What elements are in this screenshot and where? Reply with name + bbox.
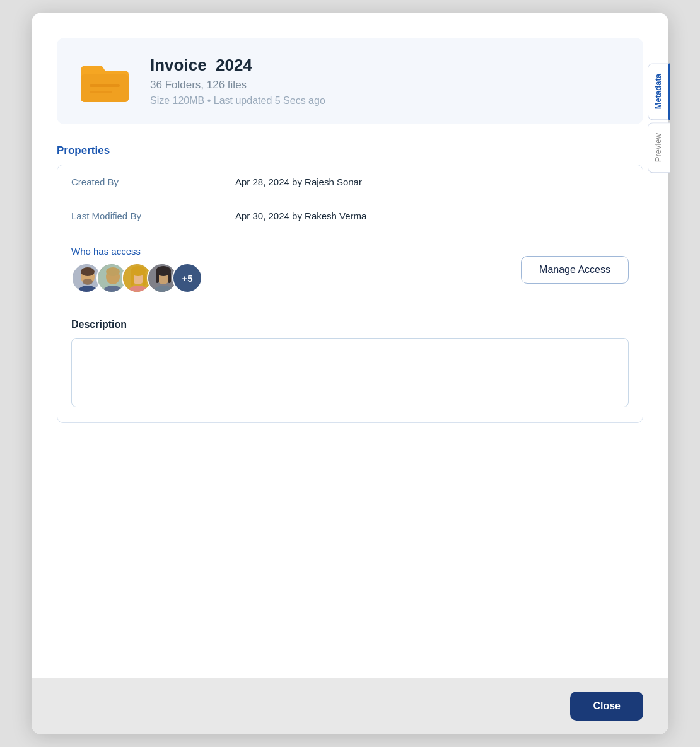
prop-value-modified: Apr 30, 2024 by Rakesh Verma (221, 199, 643, 233)
prop-value-created: Apr 28, 2024 by Rajesh Sonar (221, 165, 643, 199)
table-row: Created By Apr 28, 2024 by Rajesh Sonar (57, 165, 643, 199)
svg-point-8 (83, 279, 93, 285)
file-meta: 36 Folders, 126 files (150, 79, 325, 91)
file-name: Invoice_2024 (150, 55, 325, 75)
access-left: Who has access (71, 246, 197, 293)
description-section: Description (57, 306, 643, 422)
access-label: Who has access (71, 246, 197, 257)
folder-icon (79, 59, 130, 103)
prop-label-created: Created By (57, 165, 221, 199)
svg-point-11 (106, 267, 120, 276)
modal-container: Metadata Preview Invoic (32, 13, 668, 734)
svg-rect-23 (156, 272, 159, 283)
close-button[interactable]: Close (570, 692, 643, 721)
table-row: Last Modified By Apr 30, 2024 by Rakesh … (57, 199, 643, 233)
manage-access-button[interactable]: Manage Access (521, 256, 629, 284)
properties-title: Properties (57, 144, 643, 157)
svg-rect-3 (90, 91, 112, 93)
avatar-count-badge: +5 (172, 263, 202, 293)
file-size: Size 120MB • Last updated 5 Secs ago (150, 95, 325, 107)
description-textarea[interactable] (71, 338, 629, 407)
svg-rect-18 (143, 273, 146, 286)
file-header-card: Invoice_2024 36 Folders, 126 files Size … (57, 38, 643, 124)
modal-body: Invoice_2024 36 Folders, 126 files Size … (32, 13, 668, 678)
svg-rect-24 (168, 272, 171, 283)
avatars-row: +5 (71, 263, 197, 293)
properties-table: Created By Apr 28, 2024 by Rajesh Sonar … (57, 165, 643, 423)
access-row: Who has access (57, 233, 643, 306)
modal-footer: Close (32, 678, 668, 734)
svg-rect-2 (90, 84, 120, 87)
description-label: Description (71, 319, 629, 330)
tab-metadata[interactable]: Metadata (648, 63, 670, 120)
file-info: Invoice_2024 36 Folders, 126 files Size … (150, 55, 325, 107)
svg-point-6 (81, 267, 95, 276)
side-tabs: Metadata Preview (648, 63, 670, 176)
svg-rect-17 (131, 273, 134, 286)
svg-rect-1 (81, 74, 129, 102)
folder-icon-wrap (77, 56, 132, 107)
tab-preview[interactable]: Preview (648, 122, 670, 173)
prop-label-modified: Last Modified By (57, 199, 221, 233)
